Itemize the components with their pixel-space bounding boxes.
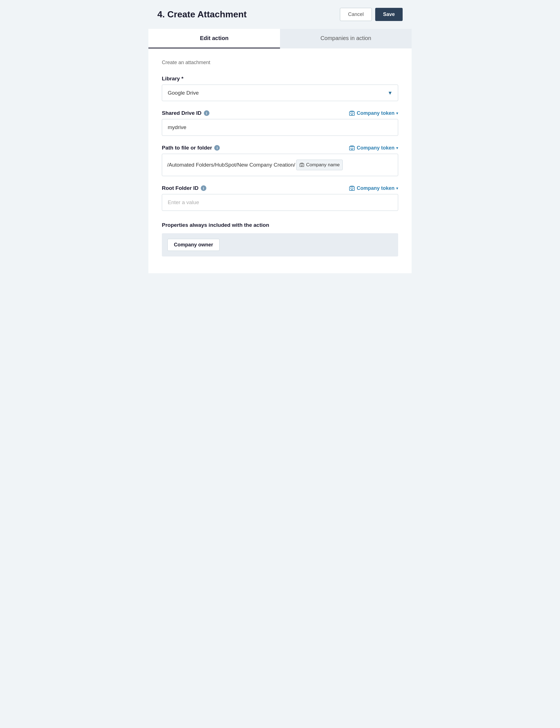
- path-label: Path to file or folder i: [162, 145, 220, 151]
- svg-rect-8: [351, 149, 352, 150]
- tab-companies-in-action[interactable]: Companies in action: [280, 29, 412, 48]
- svg-rect-18: [351, 189, 352, 190]
- library-label: Library *: [162, 76, 183, 82]
- library-select-wrapper: Google Drive OneDrive Dropbox ▼: [162, 85, 398, 101]
- library-field-group: Library * Google Drive OneDrive Dropbox …: [162, 76, 398, 101]
- root-folder-id-input[interactable]: [162, 194, 398, 211]
- svg-rect-14: [301, 163, 303, 164]
- library-select[interactable]: Google Drive OneDrive Dropbox: [162, 85, 398, 101]
- svg-rect-11: [301, 165, 301, 165]
- tab-edit-action[interactable]: Edit action: [148, 29, 280, 48]
- svg-rect-13: [302, 165, 302, 167]
- svg-rect-2: [353, 113, 353, 114]
- properties-container: Company owner: [162, 233, 398, 256]
- root-folder-company-token-link[interactable]: Company token ▾: [349, 185, 398, 191]
- form-subtitle: Create an attachment: [162, 60, 398, 66]
- svg-rect-17: [353, 188, 353, 189]
- svg-rect-1: [351, 113, 351, 114]
- shared-drive-id-field-group: Shared Drive ID i Company token ▾: [162, 110, 398, 136]
- svg-rect-19: [351, 186, 353, 187]
- path-label-row: Path to file or folder i Company token ▾: [162, 145, 398, 151]
- building-icon-root: [349, 186, 355, 191]
- path-company-token-link[interactable]: Company token ▾: [349, 145, 398, 151]
- root-folder-id-field-group: Root Folder ID i Company token ▾: [162, 185, 398, 211]
- path-prefix-text: /Automated Folders/HubSpot/New Company C…: [167, 160, 295, 169]
- properties-label: Properties always included with the acti…: [162, 222, 398, 228]
- path-info-icon[interactable]: i: [214, 145, 220, 151]
- properties-section: Properties always included with the acti…: [162, 222, 398, 256]
- header-actions: Cancel Save: [340, 8, 403, 21]
- building-icon-chip: [299, 163, 304, 167]
- shared-drive-label: Shared Drive ID i: [162, 110, 209, 116]
- svg-rect-16: [351, 188, 351, 189]
- root-folder-label: Root Folder ID i: [162, 185, 206, 191]
- svg-rect-4: [351, 111, 353, 112]
- svg-rect-7: [353, 148, 353, 149]
- save-button[interactable]: Save: [375, 8, 403, 21]
- root-folder-label-row: Root Folder ID i Company token ▾: [162, 185, 398, 191]
- path-token-chevron-icon: ▾: [396, 146, 398, 150]
- building-icon: [349, 111, 355, 116]
- page-title: 4. Create Attachment: [157, 9, 247, 20]
- path-field-group: Path to file or folder i Company token ▾: [162, 145, 398, 176]
- library-label-row: Library *: [162, 76, 398, 82]
- shared-drive-label-row: Shared Drive ID i Company token ▾: [162, 110, 398, 116]
- token-chevron-icon: ▾: [396, 111, 398, 115]
- root-folder-info-icon[interactable]: i: [201, 185, 206, 191]
- root-folder-token-chevron-icon: ▾: [396, 186, 398, 190]
- tabs-container: Edit action Companies in action: [148, 29, 412, 48]
- cancel-button[interactable]: Cancel: [340, 8, 372, 21]
- svg-rect-12: [302, 165, 303, 165]
- shared-drive-id-input[interactable]: [162, 119, 398, 136]
- page-header: 4. Create Attachment Cancel Save: [148, 0, 412, 29]
- svg-rect-3: [351, 114, 352, 115]
- building-icon-path: [349, 145, 355, 150]
- path-field-container[interactable]: /Automated Folders/HubSpot/New Company C…: [162, 154, 398, 176]
- shared-drive-company-token-link[interactable]: Company token ▾: [349, 110, 398, 116]
- company-name-token-chip: Company name: [296, 160, 343, 171]
- svg-rect-6: [351, 148, 351, 149]
- property-chip-company-owner: Company owner: [167, 239, 220, 251]
- svg-rect-9: [351, 146, 353, 147]
- main-content: Create an attachment Library * Google Dr…: [148, 48, 412, 273]
- shared-drive-info-icon[interactable]: i: [204, 110, 209, 116]
